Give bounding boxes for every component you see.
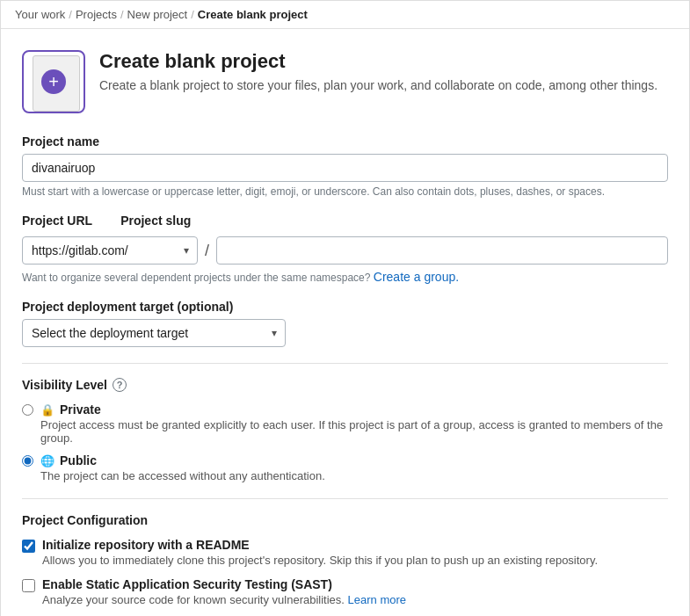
visibility-public-option: 🌐 Public The project can be accessed wit… — [22, 453, 668, 482]
globe-icon: 🌐 — [40, 454, 54, 467]
namespace-hint: Want to organize several dependent proje… — [22, 270, 668, 284]
project-name-section: Project name Must start with a lowercase… — [22, 134, 668, 198]
visibility-public-label: 🌐 Public — [40, 453, 325, 467]
deployment-label: Project deployment target (optional) — [22, 300, 668, 314]
url-slash: / — [205, 242, 209, 260]
visibility-title: Visibility Level ? — [22, 378, 668, 392]
breadcrumb-projects[interactable]: Projects — [76, 8, 117, 21]
visibility-private-radio[interactable] — [22, 404, 33, 416]
deployment-select-wrapper: Select the deployment target ▾ — [22, 319, 286, 347]
visibility-public-wrapper: 🌐 Public The project can be accessed wit… — [40, 453, 325, 482]
page-title-area: Create blank project Create a blank proj… — [99, 50, 657, 92]
page-wrapper: Your work / Projects / New project / Cre… — [0, 0, 690, 616]
deployment-section: Project deployment target (optional) Sel… — [22, 300, 668, 347]
enable-sast-wrapper: Enable Static Application Security Testi… — [42, 577, 406, 606]
init-readme-wrapper: Initialize repository with a README Allo… — [42, 538, 598, 567]
project-config-title: Project Configuration — [22, 513, 668, 527]
visibility-public-desc: The project can be accessed without any … — [40, 469, 325, 482]
init-readme-desc: Allows you to immediately clone this pro… — [42, 554, 598, 567]
page-header: + Create blank project Create a blank pr… — [22, 50, 668, 113]
visibility-private-wrapper: 🔒 Private Project access must be granted… — [40, 402, 668, 445]
lock-icon: 🔒 — [40, 403, 54, 417]
create-group-link[interactable]: Create a group. — [374, 270, 459, 284]
project-name-label: Project name — [22, 134, 668, 149]
project-name-hint: Must start with a lowercase or uppercase… — [22, 185, 668, 198]
breadcrumb-sep-2: / — [120, 8, 124, 21]
project-name-input[interactable] — [22, 154, 668, 182]
init-readme-label: Initialize repository with a README — [42, 538, 598, 552]
breadcrumb-current: Create blank project — [198, 8, 308, 21]
enable-sast-desc: Analyze your source code for known secur… — [42, 593, 406, 606]
enable-sast-checkbox[interactable] — [22, 579, 35, 592]
project-config-section: Project Configuration Initialize reposit… — [22, 513, 668, 606]
breadcrumb-sep-1: / — [69, 8, 72, 21]
visibility-help-icon[interactable]: ? — [113, 378, 127, 392]
breadcrumb-your-work[interactable]: Your work — [15, 8, 65, 21]
page-description: Create a blank project to store your fil… — [99, 78, 657, 92]
url-select-wrapper: https://gitlab.com/ ▾ — [22, 236, 198, 265]
plus-circle-icon: + — [41, 69, 66, 94]
init-readme-checkbox[interactable] — [22, 540, 35, 553]
visibility-private-option: 🔒 Private Project access must be granted… — [22, 402, 668, 445]
breadcrumb: Your work / Projects / New project / Cre… — [1, 1, 689, 29]
breadcrumb-new-project[interactable]: New project — [127, 8, 188, 21]
page-title: Create blank project — [99, 50, 657, 73]
divider-1 — [22, 363, 668, 364]
project-url-section: Project URL Project slug https://gitlab.… — [22, 214, 668, 284]
visibility-public-radio[interactable] — [22, 455, 33, 467]
project-slug-label: Project slug — [120, 214, 668, 228]
project-url-select[interactable]: https://gitlab.com/ — [22, 236, 198, 265]
visibility-private-label: 🔒 Private — [40, 402, 668, 417]
project-slug-input[interactable] — [216, 236, 668, 265]
main-content: + Create blank project Create a blank pr… — [1, 29, 689, 616]
page-icon: + — [22, 50, 85, 113]
visibility-private-desc: Project access must be granted explicitl… — [40, 418, 668, 445]
enable-sast-option: Enable Static Application Security Testi… — [22, 577, 668, 606]
visibility-section: Visibility Level ? 🔒 Private Project acc… — [22, 378, 668, 482]
breadcrumb-sep-3: / — [191, 8, 194, 21]
url-row: https://gitlab.com/ ▾ / — [22, 236, 668, 265]
divider-2 — [22, 498, 668, 499]
init-readme-option: Initialize repository with a README Allo… — [22, 538, 668, 567]
project-url-label: Project URL — [22, 214, 92, 228]
enable-sast-label: Enable Static Application Security Testi… — [42, 577, 406, 591]
deployment-select[interactable]: Select the deployment target — [22, 319, 286, 347]
sast-learn-more-link[interactable]: Learn more — [348, 593, 406, 606]
